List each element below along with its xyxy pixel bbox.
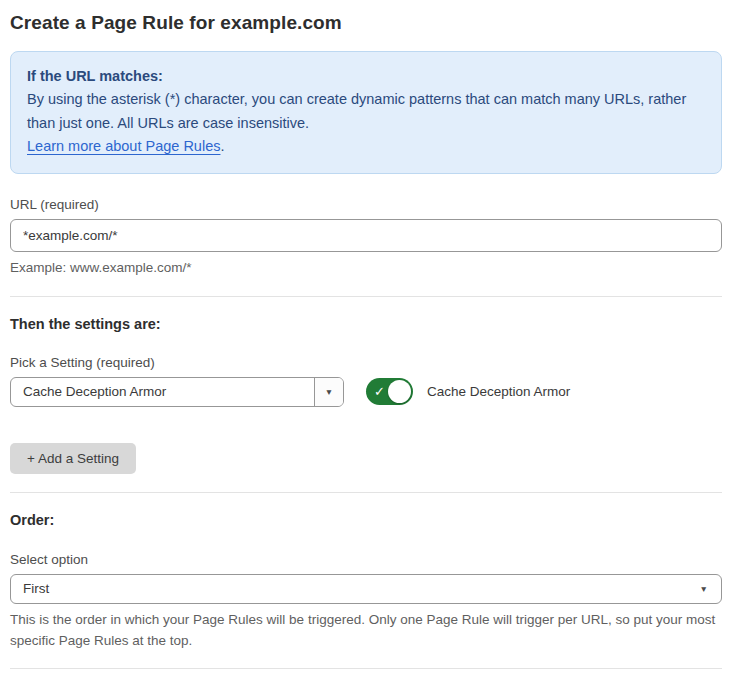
chevron-down-icon: ▼ — [325, 388, 333, 397]
url-field-label: URL (required) — [10, 197, 722, 212]
order-select[interactable]: First ▼ — [10, 574, 722, 604]
setting-select[interactable]: Cache Deception Armor ▼ — [10, 377, 344, 407]
setting-picker-label: Pick a Setting (required) — [10, 355, 722, 370]
toggle-knob — [388, 380, 411, 403]
info-box-heading: If the URL matches: — [27, 68, 163, 84]
info-link-line: Learn more about Page Rules. — [27, 138, 225, 154]
setting-select-arrow-button[interactable]: ▼ — [314, 378, 343, 406]
toggle-label: Cache Deception Armor — [427, 384, 570, 399]
url-input[interactable] — [10, 219, 722, 252]
setting-toggle-wrap: ✓ Cache Deception Armor — [366, 378, 570, 405]
url-match-info-box: If the URL matches: By using the asteris… — [10, 51, 722, 174]
order-section-heading: Order: — [10, 512, 722, 528]
url-section: URL (required) Example: www.example.com/… — [10, 197, 722, 279]
divider — [10, 668, 722, 669]
divider — [10, 492, 722, 493]
setting-select-value: Cache Deception Armor — [11, 378, 314, 406]
order-select-value: First — [11, 575, 700, 603]
learn-more-link[interactable]: Learn more about Page Rules — [27, 138, 220, 154]
cache-deception-armor-toggle[interactable]: ✓ — [366, 378, 413, 405]
chevron-down-icon: ▼ — [700, 585, 708, 594]
divider — [10, 296, 722, 297]
setting-row: Cache Deception Armor ▼ ✓ Cache Deceptio… — [10, 377, 722, 407]
order-helper-text: This is the order in which your Page Rul… — [10, 610, 722, 652]
link-suffix: . — [220, 138, 224, 154]
page-title: Create a Page Rule for example.com — [10, 12, 722, 34]
info-box-body: By using the asterisk (*) character, you… — [27, 88, 705, 135]
url-helper-text: Example: www.example.com/* — [10, 258, 722, 279]
add-setting-button[interactable]: + Add a Setting — [10, 443, 136, 474]
settings-section-heading: Then the settings are: — [10, 316, 722, 332]
check-icon: ✓ — [374, 385, 385, 398]
order-select-label: Select option — [10, 552, 722, 567]
create-page-rule-form: Create a Page Rule for example.com If th… — [10, 0, 722, 679]
order-select-arrow: ▼ — [700, 575, 721, 603]
